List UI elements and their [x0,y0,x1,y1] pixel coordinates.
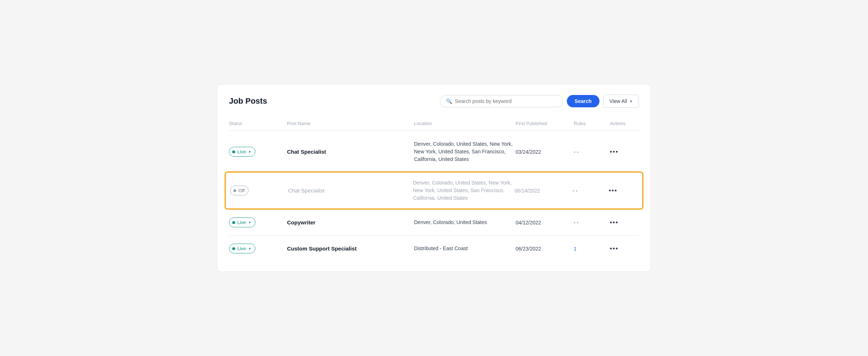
status-label: Live [237,220,246,225]
search-wrapper: 🔍 [440,95,563,107]
row-location-cell: Denver, Colorado, United States, New Yor… [413,179,515,202]
rules-value: - - [573,188,577,194]
row-post-name-cell: Copywriter [287,219,414,226]
dot-icon [613,248,615,249]
col-first-published: First Published [516,121,574,126]
actions-menu-button[interactable] [610,151,639,153]
date-text: 03/24/2022 [516,149,541,155]
chevron-down-icon: ▼ [248,247,251,251]
status-label: Live [237,149,246,154]
row-rules-cell: 1 [574,245,610,252]
status-dot-live [232,150,235,153]
actions-menu-button[interactable] [610,222,639,223]
page-header: Job Posts 🔍 Search View All ▼ [229,95,639,108]
row-date-cell: 04/12/2022 [516,219,574,226]
rules-link[interactable]: 1 [574,246,577,252]
view-all-button[interactable]: View All ▼ [603,95,639,108]
status-badge-live[interactable]: Live ▼ [229,147,255,157]
col-actions: Actions [610,121,639,126]
col-post-name: Post Name [287,121,414,126]
row-post-name-cell: Chat Specialist [287,149,414,155]
location-text: Denver, Colorado, United States, New Yor… [413,180,512,201]
date-text: 06/23/2022 [516,246,541,252]
dot-icon [616,222,618,223]
post-name: Chat Specialist [288,187,324,194]
row-actions-cell [609,190,638,191]
actions-menu-button[interactable] [609,190,638,191]
post-name: Copywriter [287,219,315,225]
date-text: 06/14/2022 [515,188,540,194]
post-name: Custom Support Specialist [287,245,357,252]
view-all-label: View All [609,98,627,104]
dot-icon [613,151,615,153]
header-controls: 🔍 Search View All ▼ [440,95,639,108]
rules-value: - - [574,149,578,155]
status-dot-live [232,221,235,224]
row-actions-cell [610,248,639,249]
row-location-cell: Denver, Colorado, United States, New Yor… [414,140,516,163]
date-text: 04/12/2022 [516,220,541,225]
row-rules-cell: - - [573,187,609,194]
row-date-cell: 06/23/2022 [516,245,574,252]
dot-icon [610,222,612,223]
row-status-cell: Off [230,186,288,195]
dot-icon [610,151,612,153]
status-label: Off [238,188,245,193]
location-text: Denver, Colorado, United States [414,219,487,225]
status-dot-off [233,189,236,192]
table-header: Status Post Name Location First Publishe… [229,118,639,131]
page-title: Job Posts [229,96,267,106]
chevron-down-icon: ▼ [248,221,251,224]
row-location-cell: Distributed - East Coast [414,245,516,252]
chevron-down-icon: ▼ [248,150,251,154]
row-status-cell: Live ▼ [229,147,287,157]
dot-icon [610,248,612,249]
dot-icon [612,190,614,191]
location-text: Distributed - East Coast [414,245,468,251]
chevron-down-icon: ▼ [629,99,633,103]
status-badge-live[interactable]: Live ▼ [229,218,255,227]
table-row: Live ▼ Copywriter Denver, Colorado, Unit… [229,210,639,236]
col-status: Status [229,121,287,126]
dot-icon [609,190,611,191]
row-actions-cell [610,151,639,153]
row-location-cell: Denver, Colorado, United States [414,219,516,226]
post-name: Chat Specialist [287,149,326,155]
table-row-highlighted: Off Chat Specialist Denver, Colorado, Un… [225,171,643,210]
row-status-cell: Live ▼ [229,218,287,227]
status-badge-off[interactable]: Off [230,186,249,195]
col-rules: Rules [574,121,610,126]
col-location: Location [414,121,516,126]
actions-menu-button[interactable] [610,248,639,249]
search-input[interactable] [455,98,557,104]
search-icon: 🔍 [446,98,452,104]
dot-icon [613,222,615,223]
job-posts-container: Job Posts 🔍 Search View All ▼ Status Pos… [217,84,651,272]
rules-value: - - [574,220,578,225]
row-status-cell: Live ▼ [229,244,287,253]
row-date-cell: 06/14/2022 [515,187,573,194]
row-actions-cell [610,222,639,223]
status-dot-live [232,247,235,250]
table-row: Live ▼ Custom Support Specialist Distrib… [229,236,639,261]
search-button[interactable]: Search [567,95,600,107]
status-badge-live[interactable]: Live ▼ [229,244,255,253]
dot-icon [616,248,618,249]
table-row: Live ▼ Chat Specialist Denver, Colorado,… [229,132,639,171]
row-rules-cell: - - [574,219,610,226]
row-post-name-cell: Custom Support Specialist [287,245,414,252]
row-date-cell: 03/24/2022 [516,149,574,155]
row-rules-cell: - - [574,149,610,155]
dot-icon [616,151,618,153]
status-label: Live [237,246,246,251]
dot-icon [615,190,617,191]
location-text: Denver, Colorado, United States, New Yor… [414,141,513,162]
row-post-name-cell: Chat Specialist [288,187,413,194]
